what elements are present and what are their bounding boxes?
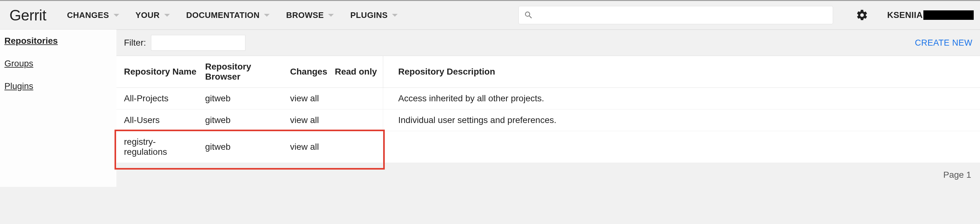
- repo-changes-cell[interactable]: view all: [286, 131, 331, 163]
- pager: Page 1: [116, 163, 980, 187]
- repo-browser-cell[interactable]: gitweb: [201, 88, 286, 110]
- table-row: All-Usersgitwebview allIndividual user s…: [116, 110, 980, 131]
- nav-label: PLUGINS: [350, 10, 388, 20]
- nav-browse[interactable]: BROWSE: [286, 10, 334, 20]
- sidebar-item-label: Plugins: [5, 81, 33, 91]
- repo-changes-cell[interactable]: view all: [286, 88, 331, 110]
- top-nav: CHANGES YOUR DOCUMENTATION BROWSE PLUGIN…: [67, 10, 398, 20]
- nav-changes[interactable]: CHANGES: [67, 10, 119, 20]
- username: KSENIIA: [887, 10, 923, 20]
- repo-readonly-cell: [331, 110, 383, 131]
- filter-label: Filter:: [124, 38, 146, 48]
- nav-label: YOUR: [135, 10, 160, 20]
- header-changes: Changes: [286, 56, 331, 88]
- gear-icon: [856, 9, 868, 21]
- chevron-down-icon: [114, 14, 119, 17]
- nav-label: BROWSE: [286, 10, 324, 20]
- nav-your[interactable]: YOUR: [135, 10, 170, 20]
- header-repository-browser: Repository Browser: [201, 56, 286, 88]
- redacted: [923, 10, 974, 20]
- sidebar-item-groups[interactable]: Groups: [0, 52, 116, 75]
- nav-label: DOCUMENTATION: [186, 10, 260, 20]
- header-read-only: Read only: [331, 56, 383, 88]
- sidebar-item-label: Repositories: [5, 36, 58, 46]
- chevron-down-icon: [392, 14, 398, 17]
- chevron-down-icon: [264, 14, 270, 17]
- repo-browser-cell[interactable]: gitweb: [201, 110, 286, 131]
- sidebar-item-label: Groups: [5, 59, 33, 68]
- sidebar-item-repositories[interactable]: Repositories: [0, 30, 116, 52]
- top-bar: Gerrit CHANGES YOUR DOCUMENTATION BROWSE…: [0, 0, 980, 30]
- search-input[interactable]: [538, 10, 828, 20]
- brand-logo[interactable]: Gerrit: [6, 6, 49, 24]
- nav-documentation[interactable]: DOCUMENTATION: [186, 10, 270, 20]
- chevron-down-icon: [328, 14, 334, 17]
- repo-readonly-cell: [331, 131, 383, 163]
- page-indicator: Page 1: [943, 170, 971, 180]
- repo-description-cell: [383, 131, 980, 163]
- header-description: Repository Description: [383, 56, 980, 88]
- nav-plugins[interactable]: PLUGINS: [350, 10, 398, 20]
- settings-button[interactable]: [856, 9, 868, 21]
- table-row: registry-regulationsgitwebview all: [116, 131, 980, 163]
- user-menu[interactable]: KSENIIA: [887, 10, 974, 20]
- nav-label: CHANGES: [67, 10, 109, 20]
- filter-bar: Filter: CREATE NEW: [116, 30, 980, 56]
- repo-name-cell[interactable]: All-Users: [116, 110, 201, 131]
- repo-name-cell[interactable]: All-Projects: [116, 88, 201, 110]
- filter-input[interactable]: [151, 35, 245, 51]
- repo-readonly-cell: [331, 88, 383, 110]
- table-row: All-Projectsgitwebview allAccess inherit…: [116, 88, 980, 110]
- repo-name-cell[interactable]: registry-regulations: [116, 131, 201, 163]
- repo-browser-cell[interactable]: gitweb: [201, 131, 286, 163]
- create-new-button[interactable]: CREATE NEW: [915, 38, 972, 48]
- search-icon: [524, 10, 533, 20]
- search-box[interactable]: [519, 6, 833, 24]
- chevron-down-icon: [164, 14, 170, 17]
- repo-description-cell: Individual user settings and preferences…: [383, 110, 980, 131]
- repo-changes-cell[interactable]: view all: [286, 110, 331, 131]
- header-repository-name: Repository Name: [116, 56, 201, 88]
- repositories-table: Repository Name Repository Browser Chang…: [116, 56, 980, 163]
- main-content: Filter: CREATE NEW Repository Name Repos…: [116, 30, 980, 187]
- sidebar: Repositories Groups Plugins: [0, 30, 116, 187]
- table-header-row: Repository Name Repository Browser Chang…: [116, 56, 980, 88]
- sidebar-item-plugins[interactable]: Plugins: [0, 75, 116, 97]
- repo-description-cell: Access inherited by all other projects.: [383, 88, 980, 110]
